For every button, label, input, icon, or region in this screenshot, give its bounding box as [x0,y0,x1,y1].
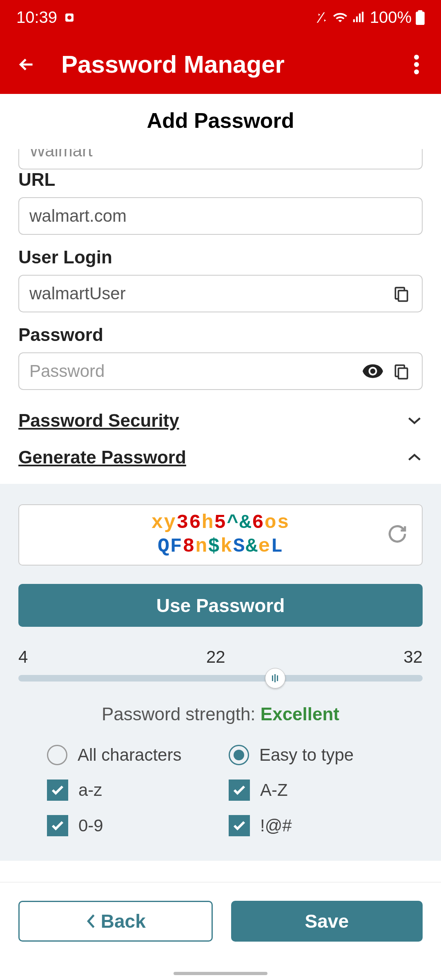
radio-unchecked-icon [47,745,67,765]
svg-point-5 [414,62,419,67]
password-label: Password [18,325,423,345]
option-digits[interactable]: 0-9 [47,815,212,836]
chevron-left-icon [85,913,97,929]
generate-password-label: Generate Password [18,447,186,468]
app-notification-icon [63,11,76,24]
slider-labels: 4 22 32 [18,647,423,667]
option-easy-to-type-label: Easy to type [259,745,354,765]
toggle-visibility-button[interactable] [363,361,383,381]
option-all-characters-label: All characters [78,745,181,765]
slider-value: 22 [206,647,225,667]
status-battery-text: 100% [370,8,412,27]
option-symbols[interactable]: !@# [229,815,394,836]
status-bar: 10:39 100% [0,0,441,35]
svg-rect-7 [399,291,408,301]
strength-label: Password strength: [102,704,261,724]
form-scroll-area[interactable]: Walmart URL walmart.com User Login walma… [0,149,441,937]
name-input[interactable]: Walmart [18,149,423,169]
battery-icon [416,10,425,25]
chevron-down-icon [406,412,423,429]
url-value: walmart.com [29,206,412,226]
option-lowercase-label: a-z [78,780,102,800]
more-menu-button[interactable] [404,52,429,77]
option-all-characters[interactable]: All characters [47,745,212,765]
url-input[interactable]: walmart.com [18,197,423,235]
back-button-label: Back [101,910,146,932]
svg-rect-8 [399,368,408,379]
generator-panel: xy36h5^&6osQF8n$kS&eL Use Password 4 22 … [0,484,441,861]
chevron-up-icon [406,449,423,466]
name-value: Walmart [29,149,93,160]
option-uppercase-label: A-Z [260,780,288,800]
wifi-icon [332,11,348,24]
svg-rect-2 [416,11,425,24]
option-easy-to-type[interactable]: Easy to type [229,745,394,765]
back-arrow-button[interactable] [12,50,41,79]
checkbox-checked-icon [229,815,250,836]
page-title: Add Password [0,94,441,149]
option-digits-label: 0-9 [78,816,103,835]
back-button[interactable]: Back [18,901,213,942]
home-indicator[interactable] [174,972,267,975]
option-lowercase[interactable]: a-z [47,780,212,801]
strength-row: Password strength: Excellent [18,704,423,724]
svg-point-4 [414,55,419,60]
status-time: 10:39 [16,8,57,27]
use-password-button[interactable]: Use Password [18,584,423,627]
checkbox-checked-icon [47,780,68,801]
generated-password-display: xy36h5^&6osQF8n$kS&eL [18,504,423,566]
svg-point-6 [414,69,419,74]
svg-point-1 [67,16,71,20]
signal-icon [352,11,366,24]
copy-login-button[interactable] [391,283,412,304]
url-label: URL [18,169,423,190]
length-slider[interactable] [18,675,423,682]
checkbox-checked-icon [47,815,68,836]
generate-password-toggle[interactable]: Generate Password [18,439,423,476]
slider-thumb[interactable] [265,668,285,688]
password-input[interactable]: Password [18,352,423,390]
strength-value: Excellent [261,704,339,724]
password-placeholder: Password [29,361,363,381]
radio-checked-icon [229,745,249,765]
login-value: walmartUser [29,284,391,303]
app-bar: Password Manager [0,35,441,94]
slider-min: 4 [18,647,28,667]
password-security-toggle[interactable]: Password Security [18,402,423,439]
login-input[interactable]: walmartUser [18,275,423,312]
option-uppercase[interactable]: A-Z [229,780,394,801]
slider-max: 32 [403,647,423,667]
copy-password-button[interactable] [391,361,412,381]
checkbox-checked-icon [229,780,250,801]
app-title: Password Manager [61,50,404,78]
regenerate-button[interactable] [387,524,410,546]
password-security-label: Password Security [18,410,179,431]
option-symbols-label: !@# [260,816,292,835]
vibrate-icon [314,11,328,24]
generated-password-text: xy36h5^&6osQF8n$kS&eL [151,511,290,558]
save-button[interactable]: Save [231,901,423,942]
svg-rect-3 [418,10,423,12]
login-label: User Login [18,247,423,267]
bottom-bar: Back Save [0,882,441,980]
